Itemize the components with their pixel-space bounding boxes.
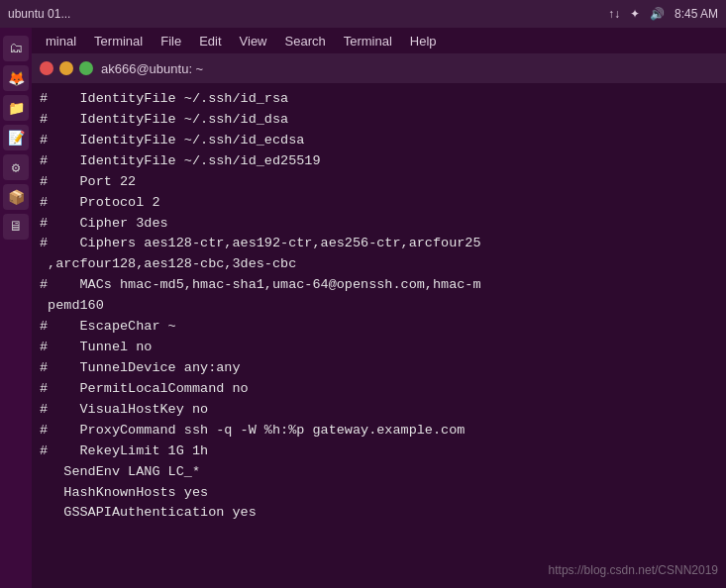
terminal-line: GSSAPIAuthentication yes — [40, 503, 718, 524]
terminal-line: # Protocol 2 — [40, 193, 718, 214]
sidebar-icon-package[interactable]: 📦 — [3, 184, 29, 210]
menu-terminal2[interactable]: Terminal — [336, 32, 400, 50]
terminal-line: # IdentityFile ~/.ssh/id_ecdsa — [40, 131, 718, 151]
sidebar-icon-text[interactable]: 📝 — [3, 125, 29, 150]
window-title: ak666@ubuntu: ~ — [101, 61, 203, 76]
terminal-line: # ProxyCommand ssh -q -W %h:%p gateway.e… — [40, 421, 718, 441]
content-area: minal Terminal File Edit View Search Ter… — [32, 28, 726, 588]
system-bar: ubuntu 01... ↑↓ ✦ 🔊 8:45 AM — [0, 0, 726, 28]
bluetooth-icon: ✦ — [630, 7, 640, 21]
sidebar-icon-settings[interactable]: ⚙ — [3, 154, 29, 180]
terminal-line: HashKnownHosts yes — [40, 483, 718, 504]
menu-search[interactable]: Search — [277, 32, 334, 50]
terminal-line: # TunnelDevice any:any — [40, 358, 718, 379]
menu-bar: minal Terminal File Edit View Search Ter… — [32, 28, 726, 53]
terminal-line: # Tunnel no — [40, 338, 718, 358]
terminal-line: # MACs hmac-md5,hmac-sha1,umac-64@openss… — [40, 275, 718, 296]
terminal-content[interactable]: # IdentityFile ~/.ssh/id_rsa # IdentityF… — [32, 83, 726, 588]
terminal-line: # IdentityFile ~/.ssh/id_dsa — [40, 110, 718, 131]
terminal-line: # EscapeChar ~ — [40, 317, 718, 338]
terminal-line: SendEnv LANG LC_* — [40, 462, 718, 483]
terminal-line: # VisualHostKey no — [40, 400, 718, 421]
volume-icon: 🔊 — [650, 7, 665, 21]
minimize-button[interactable] — [59, 61, 73, 75]
system-bar-left: ubuntu 01... — [8, 7, 70, 21]
sidebar-icon-folder[interactable]: 📁 — [3, 95, 29, 121]
menu-terminal[interactable]: Terminal — [86, 32, 151, 50]
sidebar-icon-firefox[interactable]: 🦊 — [3, 65, 29, 91]
title-bar: ak666@ubuntu: ~ — [32, 53, 726, 83]
maximize-button[interactable] — [79, 61, 93, 75]
app-name: ubuntu 01... — [8, 7, 70, 21]
menu-minal[interactable]: minal — [38, 32, 84, 50]
terminal-line: # IdentityFile ~/.ssh/id_rsa — [40, 89, 718, 110]
terminal-line: # Cipher 3des — [40, 214, 718, 235]
sidebar-icon-files[interactable]: 🗂 — [3, 36, 29, 61]
terminal-line: # RekeyLimit 1G 1h — [40, 441, 718, 462]
menu-help[interactable]: Help — [402, 32, 445, 50]
window-buttons — [40, 61, 93, 75]
watermark: https://blog.csdn.net/CSNN2019 — [549, 561, 718, 580]
menu-view[interactable]: View — [232, 32, 275, 50]
terminal-line: pemd160 — [40, 296, 718, 317]
close-button[interactable] — [40, 61, 53, 75]
clock: 8:45 AM — [674, 7, 718, 21]
main-layout: 🗂 🦊 📁 📝 ⚙ 📦 🖥 minal Terminal File Edit V… — [0, 28, 726, 588]
terminal-line: # IdentityFile ~/.ssh/id_ed25519 — [40, 151, 718, 172]
system-bar-right: ↑↓ ✦ 🔊 8:45 AM — [608, 7, 718, 21]
terminal-line: # Port 22 — [40, 172, 718, 193]
sidebar-icon-terminal[interactable]: 🖥 — [3, 214, 29, 240]
menu-edit[interactable]: Edit — [191, 32, 229, 50]
terminal-line: # PermitLocalCommand no — [40, 379, 718, 400]
sidebar: 🗂 🦊 📁 📝 ⚙ 📦 🖥 — [0, 28, 32, 588]
terminal-line: # Ciphers aes128-ctr,aes192-ctr,aes256-c… — [40, 234, 718, 254]
terminal-line: ,arcfour128,aes128-cbc,3des-cbc — [40, 254, 718, 275]
network-icon: ↑↓ — [608, 7, 620, 21]
menu-file[interactable]: File — [153, 32, 189, 50]
